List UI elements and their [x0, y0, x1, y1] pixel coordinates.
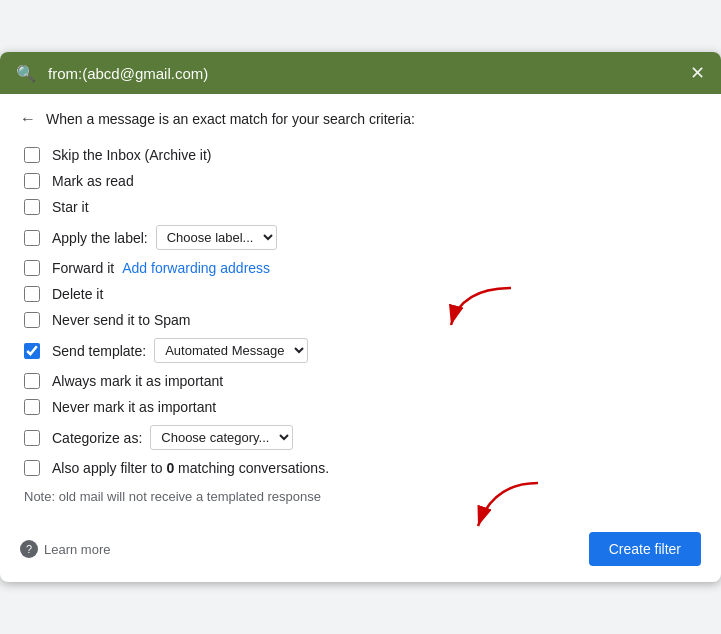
never-important-checkbox[interactable] [24, 399, 40, 415]
option-send-template: Send template: Automated Message [20, 333, 701, 368]
back-arrow-icon[interactable]: ← [20, 110, 36, 128]
note-text: Note: old mail will not receive a templa… [24, 489, 701, 504]
mark-as-read-checkbox[interactable] [24, 173, 40, 189]
always-important-label: Always mark it as important [52, 373, 223, 389]
learn-more-label: Learn more [44, 542, 110, 557]
criteria-description: When a message is an exact match for you… [46, 111, 415, 127]
option-delete-it: Delete it [20, 281, 701, 307]
skip-inbox-checkbox[interactable] [24, 147, 40, 163]
option-always-important: Always mark it as important [20, 368, 701, 394]
send-template-checkbox[interactable] [24, 343, 40, 359]
learn-more-row[interactable]: ? Learn more [20, 540, 110, 558]
dialog-footer: ? Learn more Create filter [0, 520, 721, 582]
category-dropdown[interactable]: Choose category... [150, 425, 293, 450]
forward-it-label: Forward it [52, 260, 114, 276]
option-never-important: Never mark it as important [20, 394, 701, 420]
template-dropdown[interactable]: Automated Message [154, 338, 308, 363]
option-apply-label: Apply the label: Choose label... [20, 220, 701, 255]
never-spam-label: Never send it to Spam [52, 312, 191, 328]
label-dropdown[interactable]: Choose label... [156, 225, 277, 250]
skip-inbox-label: Skip the Inbox (Archive it) [52, 147, 212, 163]
delete-it-label: Delete it [52, 286, 103, 302]
footer-wrapper: ? Learn more Create filter [0, 520, 721, 582]
also-apply-label: Also apply filter to 0 matching conversa… [52, 460, 329, 476]
forward-it-checkbox[interactable] [24, 260, 40, 276]
option-categorize: Categorize as: Choose category... [20, 420, 701, 455]
categorize-checkbox[interactable] [24, 430, 40, 446]
dialog-body: ← When a message is an exact match for y… [0, 94, 721, 520]
star-it-label: Star it [52, 199, 89, 215]
delete-it-checkbox[interactable] [24, 286, 40, 302]
dialog-header: 🔍 from:(abcd@gmail.com) ✕ [0, 52, 721, 94]
mark-as-read-label: Mark as read [52, 173, 134, 189]
search-query: from:(abcd@gmail.com) [48, 65, 690, 82]
categorize-label: Categorize as: [52, 430, 142, 446]
filter-dialog: 🔍 from:(abcd@gmail.com) ✕ ← When a messa… [0, 52, 721, 582]
close-icon[interactable]: ✕ [690, 62, 705, 84]
create-filter-container: Create filter [589, 532, 701, 566]
option-forward-it: Forward it Add forwarding address [20, 255, 701, 281]
apply-label-label: Apply the label: [52, 230, 148, 246]
also-apply-row: Also apply filter to 0 matching conversa… [20, 455, 701, 481]
search-icon: 🔍 [16, 64, 36, 83]
star-it-checkbox[interactable] [24, 199, 40, 215]
also-apply-prefix: Also apply filter to [52, 460, 166, 476]
add-forwarding-address-link[interactable]: Add forwarding address [122, 260, 270, 276]
always-important-checkbox[interactable] [24, 373, 40, 389]
option-mark-as-read: Mark as read [20, 168, 701, 194]
create-filter-button[interactable]: Create filter [589, 532, 701, 566]
never-spam-checkbox[interactable] [24, 312, 40, 328]
apply-label-checkbox[interactable] [24, 230, 40, 246]
option-skip-inbox: Skip the Inbox (Archive it) [20, 142, 701, 168]
send-template-label: Send template: [52, 343, 146, 359]
also-apply-checkbox[interactable] [24, 460, 40, 476]
help-icon: ? [20, 540, 38, 558]
option-star-it: Star it [20, 194, 701, 220]
never-important-label: Never mark it as important [52, 399, 216, 415]
back-row: ← When a message is an exact match for y… [20, 110, 701, 128]
also-apply-suffix: matching conversations. [174, 460, 329, 476]
option-never-spam: Never send it to Spam [20, 307, 701, 333]
